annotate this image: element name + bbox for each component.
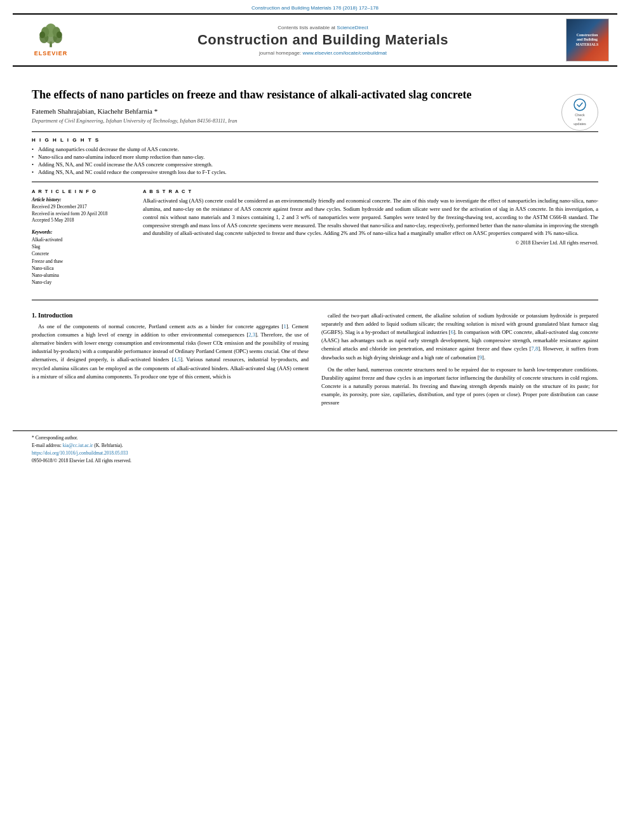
main-content: The effects of nano particles on freeze …	[13, 67, 617, 421]
highlights-section: H I G H L I G H T S Adding nanoparticles…	[32, 137, 598, 175]
journal-reference: Construction and Building Materials 176 …	[0, 0, 630, 13]
journal-ref-text: Construction and Building Materials 176 …	[251, 5, 379, 11]
keyword-item: Nano-clay	[32, 279, 133, 286]
issn-line: 0950-0618/© 2018 Elsevier Ltd. All right…	[32, 458, 598, 463]
page: Construction and Building Materials 176 …	[0, 0, 630, 840]
keywords-list: Alkali-activatedSlagConcreteFreeze and t…	[32, 236, 133, 286]
email-suffix: (K. Behfarnia).	[94, 443, 123, 448]
highlights-label: H I G H L I G H T S	[32, 137, 598, 143]
abstract-col: A B S T R A C T Alkali-activated slag (A…	[143, 189, 598, 290]
journal-info-center: Contents lists available at ScienceDirec…	[83, 25, 563, 56]
journal-header: ELSEVIER Contents lists available at Sci…	[13, 13, 617, 67]
journal-cover-image: Constructionand BuildingMATERIALS	[566, 18, 609, 62]
right-col-text: called the two-part alkali-activated cem…	[321, 312, 598, 408]
article-info-col: A R T I C L E I N F O Article history: R…	[32, 189, 133, 290]
cover-title: Constructionand BuildingMATERIALS	[576, 33, 599, 47]
journal-homepage: journal homepage: www.elsevier.com/locat…	[89, 50, 557, 56]
email-link[interactable]: kia@cc.iut.ac.ir	[63, 443, 93, 448]
ref-1[interactable]: 1	[283, 323, 286, 330]
elsevier-logo-area: ELSEVIER	[19, 23, 83, 57]
svg-point-8	[57, 31, 62, 38]
article-title: The effects of nano particles on freeze …	[32, 88, 598, 102]
homepage-prefix: journal homepage:	[259, 50, 303, 56]
svg-point-9	[574, 99, 586, 110]
abstract-text: Alkali-activated slag (AAS) concrete cou…	[143, 197, 598, 237]
authors: Fatemeh Shahrajabian, Kiachehr Behfarnia…	[32, 107, 598, 115]
ref-6[interactable]: 6	[451, 329, 453, 335]
revised-date: Received in revised form 20 April 2018	[32, 211, 133, 218]
info-abstract-section: A R T I C L E I N F O Article history: R…	[32, 189, 598, 290]
keywords-label: Keywords:	[32, 229, 133, 235]
homepage-link[interactable]: www.elsevier.com/locate/conbuildmat	[302, 50, 387, 56]
ref-2-3[interactable]: 2,3	[248, 331, 255, 338]
keyword-item: Slag	[32, 243, 133, 250]
svg-point-7	[39, 31, 45, 38]
right-para-2: On the other hand, numerous concrete str…	[321, 366, 598, 408]
history-label: Article history:	[32, 197, 133, 203]
highlight-item: Adding NS, NA, and NC could reduce the c…	[32, 169, 598, 175]
abstract-copyright: © 2018 Elsevier Ltd. All rights reserved…	[143, 240, 598, 246]
body-left-col: 1. Introduction As one of the components…	[32, 312, 309, 411]
body-content: 1. Introduction As one of the components…	[32, 312, 598, 411]
email-label: E-mail address:	[32, 443, 62, 448]
divider-3	[32, 300, 598, 300]
doi-link[interactable]: https://doi.org/10.1016/j.conbuildmat.20…	[32, 450, 128, 456]
article-info-label: A R T I C L E I N F O	[32, 189, 133, 194]
highlight-item: Adding NS, NA, and NC could increase the…	[32, 161, 598, 168]
body-two-col: 1. Introduction As one of the components…	[32, 312, 598, 411]
divider-2	[32, 182, 598, 182]
sciencedirect-prefix: Contents lists available at	[278, 25, 335, 30]
intro-text: As one of the components of normal concr…	[32, 323, 309, 381]
abstract-label: A B S T R A C T	[143, 189, 598, 194]
ref-7-8[interactable]: 7,8	[532, 345, 539, 352]
check-updates-icon	[573, 98, 586, 112]
journal-cover-area: Constructionand BuildingMATERIALS	[563, 18, 611, 62]
elsevier-tree-icon	[32, 23, 70, 49]
doi-line: https://doi.org/10.1016/j.conbuildmat.20…	[32, 450, 598, 456]
affiliation: Department of Civil Engineering, Isfahan…	[32, 117, 598, 124]
received-date: Received 29 December 2017	[32, 204, 133, 211]
ref-4-5[interactable]: 4,5	[174, 356, 181, 363]
ref-9[interactable]: 9	[479, 354, 482, 361]
sciencedirect-link[interactable]: ScienceDirect	[337, 25, 368, 30]
email-note: E-mail address: kia@cc.iut.ac.ir (K. Beh…	[32, 443, 598, 448]
keyword-item: Nano-alumina	[32, 272, 133, 279]
highlight-item: Nano-silica and nano-alumina induced mor…	[32, 154, 598, 160]
authors-text: Fatemeh Shahrajabian, Kiachehr Behfarnia…	[32, 107, 158, 115]
article-history: Article history: Received 29 December 20…	[32, 197, 133, 224]
keywords-section: Keywords: Alkali-activatedSlagConcreteFr…	[32, 229, 133, 286]
corresponding-note: * Corresponding author.	[32, 435, 598, 441]
body-right-col: called the two-part alkali-activated cem…	[321, 312, 598, 411]
keyword-item: Concrete	[32, 250, 133, 257]
sciencedirect-line: Contents lists available at ScienceDirec…	[89, 25, 557, 30]
keyword-item: Alkali-activated	[32, 236, 133, 243]
elsevier-text: ELSEVIER	[34, 50, 68, 57]
highlight-item: Adding nanoparticles could decrease the …	[32, 146, 598, 152]
intro-heading: 1. Introduction	[32, 312, 309, 319]
highlights-list: Adding nanoparticles could decrease the …	[32, 146, 598, 175]
check-updates-label: Check for updates	[573, 113, 586, 126]
footer: * Corresponding author. E-mail address: …	[13, 430, 617, 469]
journal-title: Construction and Building Materials	[89, 32, 557, 48]
check-updates-badge: Check for updates	[561, 94, 598, 131]
accepted-date: Accepted 5 May 2018	[32, 217, 133, 224]
keyword-item: Nano-silica	[32, 265, 133, 272]
intro-para-1: As one of the components of normal concr…	[32, 323, 309, 381]
keyword-item: Freeze and thaw	[32, 258, 133, 265]
divider-1	[32, 131, 598, 132]
right-para-1: called the two-part alkali-activated cem…	[321, 312, 598, 362]
article-title-area: The effects of nano particles on freeze …	[32, 88, 598, 102]
